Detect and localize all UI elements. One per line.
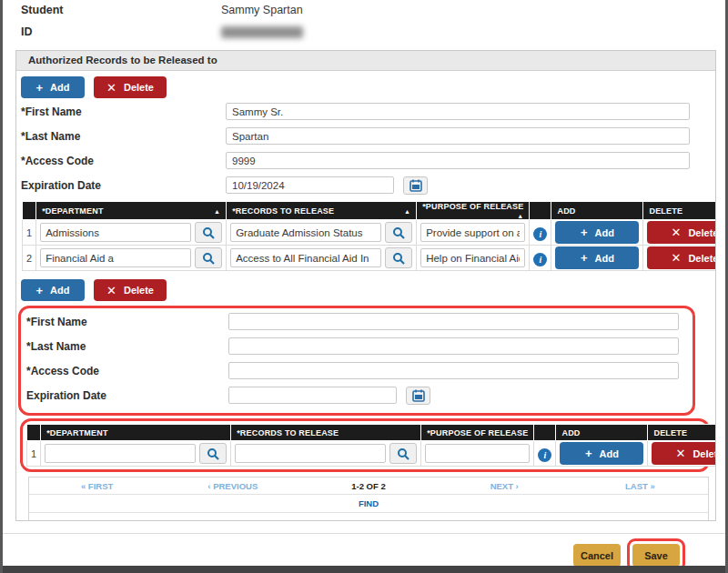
access-code-input[interactable] <box>226 152 690 169</box>
plus-icon: + <box>581 226 588 238</box>
first-name-input[interactable] <box>226 103 690 120</box>
save-button[interactable]: Save <box>632 544 680 567</box>
first-page-link[interactable]: « FIRST <box>29 481 165 491</box>
purpose-input[interactable] <box>420 223 525 242</box>
sort-asc-icon[interactable]: ▲ <box>517 211 523 219</box>
search-icon <box>202 226 215 239</box>
department-lookup-button[interactable] <box>195 222 222 243</box>
delete-button[interactable]: ✕ Delete <box>94 279 167 301</box>
cancel-button[interactable]: Cancel <box>573 544 621 567</box>
search-icon <box>202 252 215 265</box>
row-number-header <box>23 202 36 220</box>
records-header-label: *RECORDS TO RELEASE <box>232 206 334 216</box>
cross-icon: ✕ <box>671 226 681 238</box>
purpose-input[interactable] <box>420 248 525 267</box>
find-row: FIND <box>29 495 708 513</box>
calendar-button[interactable] <box>403 176 428 195</box>
row-add-button[interactable]: + Add <box>555 221 639 244</box>
department-header[interactable]: *DEPARTMENT ▲ <box>36 202 227 220</box>
row-delete-button[interactable]: ✕ Delete <box>647 221 715 244</box>
first-name-input[interactable] <box>228 313 679 330</box>
add-column-header: ADD <box>551 202 643 220</box>
records-lookup-button[interactable] <box>385 247 412 268</box>
expiration-date-input[interactable] <box>228 387 397 404</box>
student-row: Student Sammy Spartan <box>21 4 725 25</box>
department-input[interactable] <box>40 248 191 267</box>
row-delete-button[interactable]: ✕ Delete <box>647 246 715 269</box>
records-lookup-button[interactable] <box>389 443 417 464</box>
first-name-row: *First Name <box>26 313 693 330</box>
add-button[interactable]: + Add <box>21 76 85 98</box>
search-icon <box>392 252 405 265</box>
department-header: *DEPARTMENT <box>41 425 231 441</box>
row-delete-button[interactable]: ✕ Delete <box>652 442 715 465</box>
row-add-button[interactable]: + Add <box>555 246 639 269</box>
records-to-release-input[interactable] <box>230 223 381 242</box>
search-icon <box>207 447 219 460</box>
student-label: Student <box>21 4 221 16</box>
calendar-button[interactable] <box>406 387 430 405</box>
records-release-page: Student Sammy Spartan ID Authorized Reco… <box>0 0 728 573</box>
records-header: *RECORDS TO RELEASE <box>231 425 421 441</box>
calendar-icon <box>412 389 425 402</box>
records-lookup-button[interactable] <box>385 222 412 243</box>
add-button-label: Add <box>50 82 69 93</box>
find-link[interactable]: FIND <box>359 498 379 508</box>
table-2-header-row: *DEPARTMENT *RECORDS TO RELEASE *PURPOSE… <box>27 425 716 441</box>
records-to-release-input[interactable] <box>230 248 381 267</box>
department-lookup-button[interactable] <box>199 443 227 464</box>
previous-page-link[interactable]: ‹ PREVIOUS <box>165 481 300 491</box>
access-code-input[interactable] <box>228 362 679 379</box>
add-button[interactable]: + Add <box>21 279 85 301</box>
sort-asc-icon[interactable]: ▲ <box>214 206 220 215</box>
cross-icon: ✕ <box>675 447 685 459</box>
info-icon[interactable]: i <box>533 227 547 241</box>
sort-asc-icon[interactable]: ▲ <box>404 206 410 215</box>
expiration-date-row: Expiration Date <box>26 387 693 404</box>
last-name-input[interactable] <box>226 127 690 145</box>
student-name: Sammy Spartan <box>221 4 303 16</box>
expiration-date-label: Expiration Date <box>26 389 228 402</box>
expiration-date-input[interactable] <box>226 176 394 194</box>
department-header-label: *DEPARTMENT <box>42 206 104 216</box>
row-delete-label: Delete <box>688 227 715 238</box>
records-table-2: *DEPARTMENT *RECORDS TO RELEASE *PURPOSE… <box>26 424 715 467</box>
purpose-input[interactable] <box>425 444 530 463</box>
row-delete-label: Delete <box>693 448 715 459</box>
department-input[interactable] <box>40 223 191 242</box>
page-range-status: 1-2 OF 2 <box>300 481 436 491</box>
panel-body: + Add ✕ Delete *First Name *Last Name *A… <box>16 71 715 520</box>
last-name-label: *Last Name <box>26 340 228 353</box>
records-to-release-input[interactable] <box>235 444 386 463</box>
info-column-header <box>534 425 556 441</box>
expiration-date-label: Expiration Date <box>21 179 226 192</box>
row-add-button[interactable]: + Add <box>560 442 643 465</box>
purpose-header[interactable]: *PURPOSE OF RELEASE ▲ <box>417 202 530 220</box>
info-icon[interactable]: i <box>533 253 547 266</box>
search-icon <box>392 226 405 239</box>
last-name-input[interactable] <box>228 337 679 355</box>
department-input[interactable] <box>45 444 196 463</box>
records-header[interactable]: *RECORDS TO RELEASE ▲ <box>227 202 417 220</box>
info-icon[interactable]: i <box>538 448 551 462</box>
bottom-border <box>3 566 725 573</box>
last-name-row: *Last Name <box>21 127 711 145</box>
access-code-row: *Access Code <box>26 362 693 379</box>
new-entry-fields-highlight: *First Name *Last Name *Access Code Expi… <box>18 306 695 416</box>
table-1-header-row: *DEPARTMENT ▲ *RECORDS TO RELEASE ▲ *PUR… <box>23 202 716 220</box>
first-name-row: *First Name <box>21 103 711 120</box>
row-number-header <box>27 425 41 441</box>
department-lookup-button[interactable] <box>195 247 222 268</box>
last-name-row: *Last Name <box>26 337 693 355</box>
id-row: ID <box>21 25 725 47</box>
add-column-header: ADD <box>556 425 648 441</box>
footer-divider <box>3 533 725 534</box>
toolbar-1: + Add ✕ Delete <box>21 76 711 98</box>
last-page-link[interactable]: LAST » <box>572 481 708 491</box>
expiration-date-row: Expiration Date <box>21 176 711 194</box>
next-page-link[interactable]: NEXT › <box>437 481 572 491</box>
plus-icon: + <box>581 252 588 264</box>
table-row: 1 i <box>23 220 716 246</box>
search-icon <box>397 447 410 460</box>
delete-button[interactable]: ✕ Delete <box>94 76 167 98</box>
